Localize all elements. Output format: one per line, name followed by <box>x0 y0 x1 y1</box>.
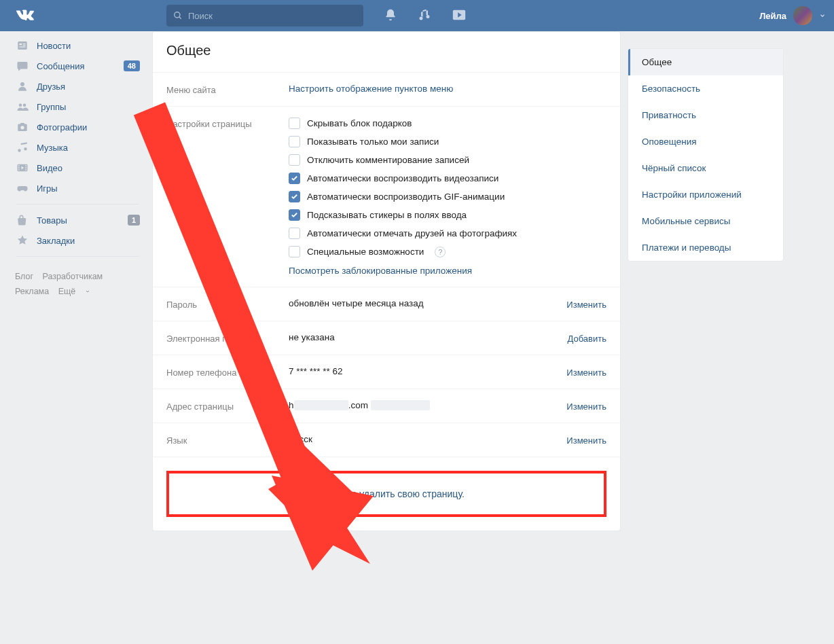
address-hidden: xxxx <box>371 400 430 410</box>
row-password: Пароль обновлён четыре месяца назад Изме… <box>153 287 620 321</box>
checkbox-option[interactable]: Автоматически отмечать друзей на фотогра… <box>289 228 606 239</box>
checkbox[interactable] <box>289 136 300 147</box>
user-menu[interactable]: Лейла <box>759 6 826 25</box>
photos-icon <box>15 121 30 133</box>
video-play-icon[interactable] <box>452 7 467 24</box>
nav-separator <box>16 256 139 257</box>
delete-page-link[interactable]: удалить свою страницу <box>359 488 462 499</box>
sidebar-item-label: Друзья <box>37 82 140 92</box>
svg-point-0 <box>175 12 180 18</box>
settings-tab[interactable]: Платежи и переводы <box>628 234 783 261</box>
nav-separator <box>16 204 139 204</box>
settings-tab[interactable]: Общее <box>628 49 783 75</box>
games-icon <box>15 182 30 194</box>
groups-icon <box>15 101 30 113</box>
search-input[interactable]: Поиск <box>166 5 363 26</box>
svg-rect-6 <box>23 45 26 46</box>
footer-more[interactable]: Ещё <box>58 284 91 299</box>
checkbox[interactable] <box>289 191 300 202</box>
svg-rect-16 <box>18 167 20 168</box>
change-address-link[interactable]: Изменить <box>566 400 606 412</box>
sidebar-item-msg[interactable]: Сообщения48 <box>10 56 145 76</box>
sidebar-item-label: Группы <box>37 102 140 112</box>
checkbox-option[interactable]: Отключить комментирование записей <box>289 154 606 166</box>
svg-point-10 <box>23 104 26 107</box>
vk-logo[interactable] <box>15 6 34 25</box>
checkbox[interactable] <box>289 246 300 257</box>
sidebar-item-groups[interactable]: Группы <box>10 96 145 117</box>
email-value: не указана <box>289 332 568 344</box>
sidebar-item-label: Товары <box>37 215 128 226</box>
market-icon <box>15 214 30 226</box>
password-value: обновлён четыре месяца назад <box>289 298 566 310</box>
checkbox[interactable] <box>289 228 300 239</box>
sidebar-item-label: Новости <box>37 41 140 51</box>
change-password-link[interactable]: Изменить <box>566 298 606 310</box>
sidebar-item-label: Закладки <box>37 236 140 246</box>
checkbox[interactable] <box>289 173 300 184</box>
row-address: Адрес страницы hxxx.com xxxx Изменить <box>153 389 620 423</box>
sidebar-item-label: Сообщения <box>37 61 124 71</box>
blocked-apps-link[interactable]: Посмотреть заблокированные приложения <box>289 266 472 276</box>
svg-rect-19 <box>26 167 27 168</box>
checkbox[interactable] <box>289 118 300 129</box>
checkbox-option[interactable]: Подсказывать стикеры в полях ввода <box>289 209 606 221</box>
delete-section: Вы можете удалить свою страницу. <box>153 457 620 531</box>
svg-rect-13 <box>20 123 24 124</box>
checkbox-label: Отключить комментирование записей <box>307 155 469 165</box>
svg-line-1 <box>179 17 181 19</box>
change-phone-link[interactable]: Изменить <box>566 366 606 378</box>
footer-devs[interactable]: Разработчикам <box>43 272 103 281</box>
row-label: Номер телефона <box>166 366 289 378</box>
checkbox-label: Подсказывать стикеры в полях ввода <box>307 210 467 220</box>
settings-tab[interactable]: Приватность <box>628 102 783 128</box>
footer-blog[interactable]: Блог <box>15 272 33 281</box>
svg-rect-17 <box>18 169 20 171</box>
topbar: Поиск Лейла <box>0 0 834 31</box>
help-icon[interactable]: ? <box>435 247 446 257</box>
video-icon <box>15 162 30 174</box>
change-language-link[interactable]: Изменить <box>566 434 606 446</box>
sidebar-item-label: Фотографии <box>37 122 140 132</box>
checkbox-label: Специальные возможности <box>307 247 424 257</box>
sidebar-item-label: Музыка <box>37 143 140 153</box>
music-icon[interactable] <box>418 8 431 24</box>
sidebar-item-music[interactable]: Музыка <box>10 137 145 158</box>
settings-tab[interactable]: Настройки приложений <box>628 181 783 208</box>
topbar-icons <box>384 7 467 24</box>
svg-rect-7 <box>20 47 26 48</box>
badge: 48 <box>124 60 140 71</box>
left-nav: НовостиСообщения48ДрузьяГруппыФотографии… <box>10 31 145 306</box>
row-menu: Меню сайта Настроить отображение пунктов… <box>153 72 620 106</box>
checkbox-option[interactable]: Скрывать блок подарков <box>289 118 606 129</box>
checkbox-label: Показывать только мои записи <box>307 137 439 147</box>
search-placeholder: Поиск <box>188 11 213 21</box>
configure-menu-link[interactable]: Настроить отображение пунктов меню <box>289 84 453 94</box>
checkbox-option[interactable]: Показывать только мои записи <box>289 136 606 147</box>
footer-ads[interactable]: Реклама <box>15 287 49 296</box>
checkbox-option[interactable]: Автоматически воспроизводить видеозаписи <box>289 173 606 184</box>
svg-point-8 <box>20 82 24 86</box>
sidebar-item-news[interactable]: Новости <box>10 35 145 56</box>
sidebar-item-bookmarks[interactable]: Закладки <box>10 230 145 251</box>
settings-tab[interactable]: Безопасность <box>628 75 783 102</box>
settings-tab[interactable]: Чёрный список <box>628 155 783 181</box>
sidebar-item-games[interactable]: Игры <box>10 178 145 198</box>
sidebar-item-photos[interactable]: Фотографии <box>10 117 145 137</box>
sidebar-item-friends[interactable]: Друзья <box>10 76 145 96</box>
checkbox-option[interactable]: Автоматически воспроизводить GIF-анимаци… <box>289 191 606 202</box>
nav-footer: Блог Разработчикам Реклама Ещё <box>10 262 145 306</box>
row-phone: Номер телефона 7 *** *** ** 62 Изменить <box>153 355 620 389</box>
svg-rect-15 <box>18 165 20 166</box>
sidebar-item-market[interactable]: Товары1 <box>10 210 145 230</box>
checkbox-option[interactable]: Специальные возможности? <box>289 246 606 257</box>
checkbox[interactable] <box>289 154 300 166</box>
row-label: Адрес страницы <box>166 400 289 412</box>
checkbox[interactable] <box>289 209 300 221</box>
settings-tab[interactable]: Оповещения <box>628 128 783 155</box>
settings-tab[interactable]: Мобильные сервисы <box>628 208 783 234</box>
add-email-link[interactable]: Добавить <box>568 332 606 344</box>
sidebar-item-video[interactable]: Видео <box>10 158 145 178</box>
bookmarks-icon <box>15 234 30 247</box>
notifications-icon[interactable] <box>384 8 397 24</box>
